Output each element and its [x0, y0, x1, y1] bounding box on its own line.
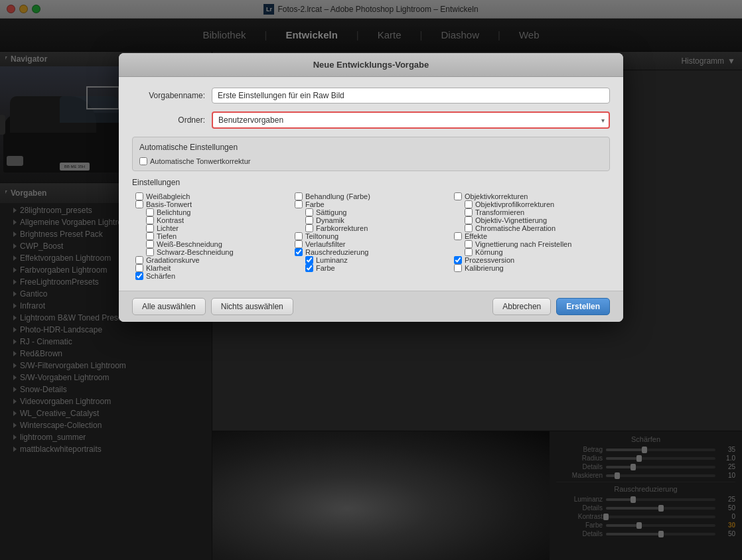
lichter-label: Lichter: [157, 224, 179, 232]
chromatische-aberration-item: Chromatische Aberration: [454, 224, 607, 232]
new-preset-modal: Neue Entwicklungs-Vorgabe Vorgabenname: …: [119, 53, 623, 322]
objektivprofilkorrekturen-label: Objektivprofilkorrekturen: [475, 200, 554, 208]
belichtung-checkbox[interactable]: [146, 208, 154, 216]
weiss-beschneidung-checkbox[interactable]: [146, 240, 154, 248]
settings-col-1: Weißabgleich Basis-Tonwert Belichtung: [132, 192, 291, 280]
transformieren-checkbox[interactable]: [465, 208, 473, 216]
farbkorrekturen-checkbox[interactable]: [305, 224, 313, 232]
dynamik-item: Dynamik: [295, 216, 447, 224]
objektivkorrekturen-label: Objektivkorrekturen: [465, 192, 528, 200]
klarheit-checkbox[interactable]: [135, 264, 143, 272]
cancel-button[interactable]: Abbrechen: [492, 298, 551, 315]
footer-right-buttons: Abbrechen Erstellen: [492, 298, 610, 315]
sattigung-label: Sättigung: [316, 208, 346, 216]
rauschreduzierung-item: Rauschreduzierung: [295, 248, 447, 256]
prozessversion-item: Prozessversion: [454, 256, 607, 264]
kalibrierung-item: Kalibrierung: [454, 264, 607, 272]
folder-select[interactable]: Benutzervorgaben 28lightroom_presets All…: [212, 111, 610, 129]
weissabgleich-label: Weißabgleich: [146, 192, 190, 200]
teiltonung-label: Teiltonung: [305, 232, 338, 240]
schwarz-beschneidung-item: Schwarz-Beschneidung: [135, 248, 288, 256]
effekte-label: Effekte: [465, 232, 487, 240]
kontrast-item: Kontrast: [135, 216, 288, 224]
kornung-checkbox[interactable]: [465, 248, 473, 256]
modal-body: Vorgabenname: Ordner: Benutzervorgaben 2…: [119, 77, 623, 291]
verlaufsfilter-label: Verlaufsfilter: [305, 240, 346, 248]
modal-overlay: Neue Entwicklungs-Vorgabe Vorgabenname: …: [0, 0, 742, 560]
klarheit-item: Klarheit: [135, 264, 288, 272]
kornung-item: Körnung: [454, 248, 607, 256]
belichtung-item: Belichtung: [135, 208, 288, 216]
farbe2-checkbox[interactable]: [305, 264, 313, 272]
scharfen-item: Schärfen: [135, 272, 288, 280]
folder-select-wrap: Benutzervorgaben 28lightroom_presets All…: [212, 111, 610, 129]
preset-name-row: Vorgabenname:: [132, 88, 610, 104]
dynamik-checkbox[interactable]: [305, 216, 313, 224]
luminanz-checkbox[interactable]: [305, 256, 313, 264]
kontrast-checkbox[interactable]: [146, 216, 154, 224]
settings-section: Einstellungen Weißabgleich Basis-Tonwert: [132, 178, 610, 280]
verlaufsfilter-item: Verlaufsfilter: [295, 240, 447, 248]
objektivprofilkorrekturen-checkbox[interactable]: [465, 200, 473, 208]
select-none-button[interactable]: Nichts auswählen: [211, 298, 293, 315]
weiss-beschneidung-item: Weiß-Beschneidung: [135, 240, 288, 248]
gradationskurve-item: Gradationskurve: [135, 256, 288, 264]
farbe-checkbox[interactable]: [295, 200, 303, 208]
farbe-item: Farbe: [295, 200, 447, 208]
kalibrierung-checkbox[interactable]: [454, 264, 462, 272]
sattigung-item: Sättigung: [295, 208, 447, 216]
prozessversion-label: Prozessversion: [465, 256, 514, 264]
settings-col-2: Behandlung (Farbe) Farbe Sättigung: [291, 192, 451, 280]
auto-tonwert-label: Automatische Tonwertkorrektur: [150, 157, 250, 165]
luminanz-item: Luminanz: [295, 256, 447, 264]
auto-section-title: Automatische Einstellungen: [139, 143, 603, 152]
folder-row: Ordner: Benutzervorgaben 28lightroom_pre…: [132, 111, 610, 129]
rauschreduzierung-checkbox[interactable]: [295, 248, 303, 256]
lichter-item: Lichter: [135, 224, 288, 232]
transformieren-label: Transformieren: [475, 208, 524, 216]
weissabgleich-item: Weißabgleich: [135, 192, 288, 200]
farbe2-item: Farbe: [295, 264, 447, 272]
objektivkorrekturen-checkbox[interactable]: [454, 192, 462, 200]
prozessversion-checkbox[interactable]: [454, 256, 462, 264]
lichter-checkbox[interactable]: [146, 224, 154, 232]
farbkorrekturen-item: Farbkorrekturen: [295, 224, 447, 232]
create-button[interactable]: Erstellen: [556, 298, 610, 315]
vignettierung-checkbox[interactable]: [465, 240, 473, 248]
effekte-checkbox[interactable]: [454, 232, 462, 240]
weiss-beschneidung-label: Weiß-Beschneidung: [157, 240, 222, 248]
effekte-item: Effekte: [454, 232, 607, 240]
sattigung-checkbox[interactable]: [305, 208, 313, 216]
tiefen-checkbox[interactable]: [146, 232, 154, 240]
auto-settings-section: Automatische Einstellungen Automatische …: [132, 137, 610, 171]
basis-tonwert-item: Basis-Tonwert: [135, 200, 288, 208]
dynamik-label: Dynamik: [316, 216, 344, 224]
settings-col-3: Objektivkorrekturen Objektivprofilkorrek…: [451, 192, 610, 280]
basis-tonwert-checkbox[interactable]: [135, 200, 143, 208]
scharfen-label: Schärfen: [146, 272, 175, 280]
objektiv-vignettierung-checkbox[interactable]: [465, 216, 473, 224]
folder-label: Ordner:: [132, 115, 212, 125]
modal-footer: Alle auswählen Nichts auswählen Abbreche…: [119, 291, 623, 322]
tiefen-item: Tiefen: [135, 232, 288, 240]
select-all-button[interactable]: Alle auswählen: [132, 298, 206, 315]
vignettierung-label: Vignettierung nach Freistellen: [475, 240, 571, 248]
behandlung-item: Behandlung (Farbe): [295, 192, 447, 200]
behandlung-checkbox[interactable]: [295, 192, 303, 200]
auto-tonwert-checkbox[interactable]: [139, 157, 147, 165]
farbkorrekturen-label: Farbkorrekturen: [316, 224, 368, 232]
weissabgleich-checkbox[interactable]: [135, 192, 143, 200]
teiltonung-checkbox[interactable]: [295, 232, 303, 240]
kalibrierung-label: Kalibrierung: [465, 264, 504, 272]
preset-name-input[interactable]: [212, 88, 610, 104]
teiltonung-item: Teiltonung: [295, 232, 447, 240]
tiefen-label: Tiefen: [157, 232, 177, 240]
chromatische-aberration-checkbox[interactable]: [465, 224, 473, 232]
schwarz-beschneidung-label: Schwarz-Beschneidung: [157, 248, 234, 256]
gradationskurve-checkbox[interactable]: [135, 256, 143, 264]
scharfen-checkbox[interactable]: [135, 272, 143, 280]
modal-title: Neue Entwicklungs-Vorgabe: [119, 53, 623, 77]
behandlung-label: Behandlung (Farbe): [305, 192, 370, 200]
verlaufsfilter-checkbox[interactable]: [295, 240, 303, 248]
schwarz-beschneidung-checkbox[interactable]: [146, 248, 154, 256]
